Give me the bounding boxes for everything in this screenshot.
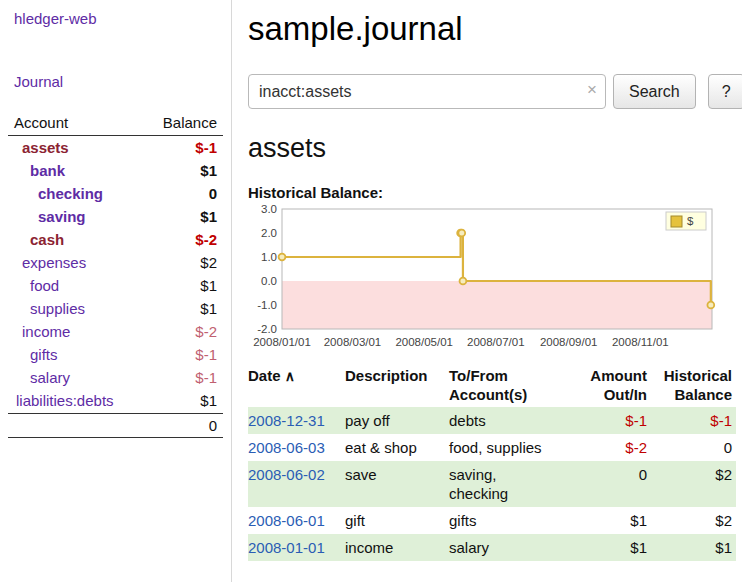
search-button[interactable]: Search [613,74,696,109]
svg-text:-2.0: -2.0 [257,323,277,335]
account-link-expenses[interactable]: expenses [14,254,86,271]
account-link-cash[interactable]: cash [14,231,64,248]
account-row: cash $-2 [8,228,223,251]
svg-text:2008/05/01: 2008/05/01 [395,336,453,348]
account-balance: $-1 [195,369,217,386]
register-table: Date ∧ Description To/From Account(s) Am… [248,363,736,561]
account-link-supplies[interactable]: supplies [14,300,85,317]
date-link[interactable]: 2008-12-31 [248,412,325,429]
amount-cell: $1 [577,507,651,534]
amount-cell: $1 [577,534,651,561]
svg-text:2008/11/01: 2008/11/01 [612,336,669,348]
column-header-description: Description [345,363,449,407]
column-header-balance: Historical Balance [651,363,736,407]
accounts-cell: food, supplies [449,434,577,461]
account-row: expenses $2 [8,251,223,274]
description-cell: income [345,534,449,561]
account-link-food[interactable]: food [14,277,59,294]
search-bar: × Search ? [248,74,740,109]
register-row: 2008-06-03 eat & shop food, supplies $-2… [248,434,736,461]
account-link-gifts[interactable]: gifts [14,346,58,363]
date-link[interactable]: 2008-06-02 [248,466,325,483]
section-title: assets [248,133,740,164]
svg-text:2008/09/01: 2008/09/01 [540,336,598,348]
accounts-cell: gifts [449,507,577,534]
account-balance: $1 [200,208,217,225]
register-row: 2008-06-02 save saving, checking 0 $2 [248,461,736,507]
column-header-date[interactable]: Date ∧ [248,363,345,407]
account-link-salary[interactable]: salary [14,369,70,386]
account-balance: $1 [200,277,217,294]
register-row: 2008-06-01 gift gifts $1 $2 [248,507,736,534]
accounts-cell: salary [449,534,577,561]
svg-text:3.0: 3.0 [261,203,277,215]
svg-text:2.0: 2.0 [261,227,277,239]
accounts-total-value: 0 [209,417,217,434]
account-link-checking[interactable]: checking [14,185,103,202]
account-row: saving $1 [8,205,223,228]
svg-text:2008/01/01: 2008/01/01 [253,336,311,348]
app-title-link[interactable]: hledger-web [0,0,231,27]
svg-text:$: $ [687,215,694,227]
account-balance: $-1 [195,346,217,363]
account-row: food $1 [8,274,223,297]
search-field-wrap: × [248,74,606,109]
historical-balance-chart: 3.02.01.00.0-1.0-2.02008/01/012008/03/01… [248,203,720,353]
account-balance: $2 [200,254,217,271]
date-link[interactable]: 2008-01-01 [248,539,325,556]
accounts-table-header: Account Balance [8,110,223,136]
account-row: supplies $1 [8,297,223,320]
svg-text:-1.0: -1.0 [257,299,277,311]
amount-cell: $-2 [577,434,651,461]
page-title: sample.journal [248,10,740,48]
account-row: income $-2 [8,320,223,343]
search-input[interactable] [248,74,606,109]
account-link-saving[interactable]: saving [14,208,86,225]
account-row: liabilities:debts $1 [8,389,223,412]
account-balance: $1 [200,300,217,317]
sidebar: hledger-web Journal Account Balance asse… [0,0,232,582]
register-header-row: Date ∧ Description To/From Account(s) Am… [248,363,736,407]
description-cell: gift [345,507,449,534]
account-balance: $-2 [195,323,217,340]
account-link-liabilities-debts[interactable]: liabilities:debts [14,392,114,409]
account-row: checking 0 [8,182,223,205]
date-link[interactable]: 2008-06-01 [248,512,325,529]
balance-cell: $2 [651,507,736,534]
amount-cell: 0 [577,461,651,507]
account-balance: $1 [200,392,217,409]
description-cell: eat & shop [345,434,449,461]
date-link[interactable]: 2008-06-03 [248,439,325,456]
accounts-total-row: 0 [8,413,223,438]
chart-title: Historical Balance: [248,184,740,201]
account-row: assets $-1 [8,136,223,159]
account-link-income[interactable]: income [14,323,70,340]
balance-cell: $2 [651,461,736,507]
account-row: gifts $-1 [8,343,223,366]
accounts-header-balance: Balance [163,114,217,131]
balance-cell: 0 [651,434,736,461]
description-cell: save [345,461,449,507]
sort-ascending-icon: ∧ [285,368,295,384]
svg-text:2008/03/01: 2008/03/01 [324,336,382,348]
account-row: salary $-1 [8,366,223,389]
clear-search-icon[interactable]: × [587,80,597,100]
account-row: bank $1 [8,159,223,182]
account-balance: $-2 [195,231,217,248]
sidebar-item-journal[interactable]: Journal [14,73,231,90]
accounts-cell: saving, checking [449,461,577,507]
register-row: 2008-01-01 income salary $1 $1 [248,534,736,561]
column-header-date-label: Date [248,367,281,384]
description-cell: pay off [345,407,449,434]
amount-cell: $-1 [577,407,651,434]
account-balance: $-1 [195,139,217,156]
account-link-assets[interactable]: assets [14,139,69,156]
accounts-header-account: Account [14,114,68,131]
column-header-amount: Amount Out/In [577,363,651,407]
account-balance: 0 [209,185,217,202]
accounts-table: Account Balance assets $-1 bank $1 check… [8,110,223,438]
account-link-bank[interactable]: bank [14,162,65,179]
account-balance: $1 [200,162,217,179]
help-button[interactable]: ? [708,74,742,109]
svg-text:2008/07/01: 2008/07/01 [467,336,525,348]
